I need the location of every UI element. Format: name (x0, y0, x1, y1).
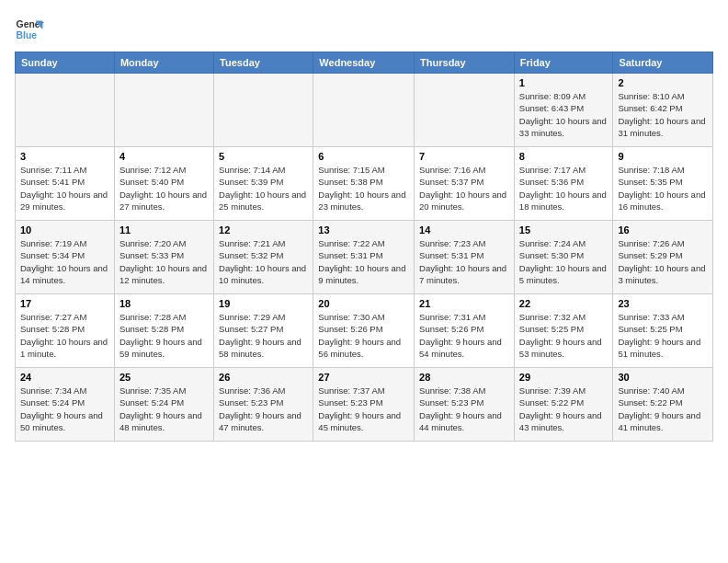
day-number: 10 (20, 224, 109, 236)
day-info: Sunrise: 7:16 AMSunset: 5:37 PMDaylight:… (419, 164, 509, 213)
day-number: 5 (219, 151, 308, 162)
day-cell: 21Sunrise: 7:31 AMSunset: 5:26 PMDayligh… (415, 294, 515, 368)
day-cell: 15Sunrise: 7:24 AMSunset: 5:30 PMDayligh… (514, 221, 613, 294)
day-header-friday: Friday (514, 52, 613, 74)
day-number: 25 (119, 372, 209, 383)
day-header-monday: Monday (114, 52, 213, 74)
day-header-thursday: Thursday (415, 52, 515, 74)
day-number: 2 (618, 77, 708, 88)
day-number: 8 (519, 151, 609, 162)
day-info: Sunrise: 7:19 AMSunset: 5:34 PMDaylight:… (20, 237, 109, 286)
day-number: 17 (20, 298, 109, 309)
day-cell: 10Sunrise: 7:19 AMSunset: 5:34 PMDayligh… (16, 221, 115, 294)
day-number: 3 (20, 151, 109, 162)
day-number: 9 (618, 151, 708, 162)
day-info: Sunrise: 7:31 AMSunset: 5:26 PMDaylight:… (419, 311, 509, 360)
day-number: 21 (419, 298, 509, 309)
day-info: Sunrise: 7:27 AMSunset: 5:28 PMDaylight:… (20, 311, 109, 360)
day-number: 14 (419, 224, 509, 236)
day-info: Sunrise: 7:12 AMSunset: 5:40 PMDaylight:… (119, 164, 209, 213)
day-cell: 19Sunrise: 7:29 AMSunset: 5:27 PMDayligh… (214, 294, 313, 368)
day-number: 23 (618, 298, 708, 309)
day-number: 13 (318, 224, 409, 236)
day-cell: 24Sunrise: 7:34 AMSunset: 5:24 PMDayligh… (16, 368, 115, 442)
day-cell (114, 74, 213, 147)
week-row-1: 1Sunrise: 8:09 AMSunset: 6:43 PMDaylight… (16, 74, 713, 147)
day-header-tuesday: Tuesday (214, 52, 313, 74)
day-cell: 14Sunrise: 7:23 AMSunset: 5:31 PMDayligh… (415, 221, 515, 294)
day-cell: 27Sunrise: 7:37 AMSunset: 5:23 PMDayligh… (313, 368, 415, 442)
day-cell: 26Sunrise: 7:36 AMSunset: 5:23 PMDayligh… (214, 368, 313, 442)
day-info: Sunrise: 8:09 AMSunset: 6:43 PMDaylight:… (519, 90, 609, 139)
day-info: Sunrise: 7:14 AMSunset: 5:39 PMDaylight:… (219, 164, 308, 213)
day-info: Sunrise: 7:37 AMSunset: 5:23 PMDaylight:… (318, 385, 409, 433)
day-cell (313, 74, 415, 147)
day-number: 27 (318, 372, 409, 383)
day-number: 15 (519, 224, 609, 236)
day-info: Sunrise: 7:11 AMSunset: 5:41 PMDaylight:… (20, 164, 109, 213)
day-cell: 9Sunrise: 7:18 AMSunset: 5:35 PMDaylight… (613, 147, 713, 221)
day-cell: 2Sunrise: 8:10 AMSunset: 6:42 PMDaylight… (613, 74, 713, 147)
day-info: Sunrise: 7:22 AMSunset: 5:31 PMDaylight:… (318, 237, 409, 286)
svg-text:Blue: Blue (17, 30, 38, 40)
day-info: Sunrise: 7:23 AMSunset: 5:31 PMDaylight:… (419, 237, 509, 286)
day-info: Sunrise: 7:30 AMSunset: 5:26 PMDaylight:… (318, 311, 409, 360)
day-cell: 12Sunrise: 7:21 AMSunset: 5:32 PMDayligh… (214, 221, 313, 294)
day-cell: 22Sunrise: 7:32 AMSunset: 5:25 PMDayligh… (514, 294, 613, 368)
day-cell: 30Sunrise: 7:40 AMSunset: 5:22 PMDayligh… (613, 368, 713, 442)
day-cell: 28Sunrise: 7:38 AMSunset: 5:23 PMDayligh… (415, 368, 515, 442)
day-cell: 5Sunrise: 7:14 AMSunset: 5:39 PMDaylight… (214, 147, 313, 221)
header-row: SundayMondayTuesdayWednesdayThursdayFrid… (16, 52, 713, 74)
day-info: Sunrise: 7:18 AMSunset: 5:35 PMDaylight:… (618, 164, 708, 213)
day-info: Sunrise: 7:36 AMSunset: 5:23 PMDaylight:… (219, 385, 308, 433)
calendar-table: SundayMondayTuesdayWednesdayThursdayFrid… (15, 52, 713, 442)
week-row-3: 10Sunrise: 7:19 AMSunset: 5:34 PMDayligh… (16, 221, 713, 294)
day-cell: 4Sunrise: 7:12 AMSunset: 5:40 PMDaylight… (114, 147, 213, 221)
day-cell: 11Sunrise: 7:20 AMSunset: 5:33 PMDayligh… (114, 221, 213, 294)
day-cell: 25Sunrise: 7:35 AMSunset: 5:24 PMDayligh… (114, 368, 213, 442)
day-info: Sunrise: 7:34 AMSunset: 5:24 PMDaylight:… (20, 385, 109, 433)
day-number: 11 (119, 224, 209, 236)
day-info: Sunrise: 7:24 AMSunset: 5:30 PMDaylight:… (519, 237, 609, 286)
week-row-4: 17Sunrise: 7:27 AMSunset: 5:28 PMDayligh… (16, 294, 713, 368)
day-cell: 18Sunrise: 7:28 AMSunset: 5:28 PMDayligh… (114, 294, 213, 368)
day-info: Sunrise: 7:17 AMSunset: 5:36 PMDaylight:… (519, 164, 609, 213)
day-info: Sunrise: 7:39 AMSunset: 5:22 PMDaylight:… (519, 385, 609, 433)
day-header-wednesday: Wednesday (313, 52, 415, 74)
day-info: Sunrise: 7:38 AMSunset: 5:23 PMDaylight:… (419, 385, 509, 433)
day-number: 20 (318, 298, 409, 309)
day-cell: 29Sunrise: 7:39 AMSunset: 5:22 PMDayligh… (514, 368, 613, 442)
day-cell: 17Sunrise: 7:27 AMSunset: 5:28 PMDayligh… (16, 294, 115, 368)
day-info: Sunrise: 8:10 AMSunset: 6:42 PMDaylight:… (618, 90, 708, 139)
day-info: Sunrise: 7:33 AMSunset: 5:25 PMDaylight:… (618, 311, 708, 360)
week-row-2: 3Sunrise: 7:11 AMSunset: 5:41 PMDaylight… (16, 147, 713, 221)
day-number: 29 (519, 372, 609, 383)
day-info: Sunrise: 7:28 AMSunset: 5:28 PMDaylight:… (119, 311, 209, 360)
day-number: 24 (20, 372, 109, 383)
day-cell (16, 74, 115, 147)
day-cell (415, 74, 515, 147)
day-header-sunday: Sunday (16, 52, 115, 74)
day-info: Sunrise: 7:40 AMSunset: 5:22 PMDaylight:… (618, 385, 708, 433)
day-number: 22 (519, 298, 609, 309)
day-number: 26 (219, 372, 308, 383)
day-cell: 3Sunrise: 7:11 AMSunset: 5:41 PMDaylight… (16, 147, 115, 221)
logo-icon: General Blue (15, 15, 44, 44)
day-number: 16 (618, 224, 708, 236)
day-cell: 6Sunrise: 7:15 AMSunset: 5:38 PMDaylight… (313, 147, 415, 221)
day-number: 1 (519, 77, 609, 88)
day-number: 18 (119, 298, 209, 309)
day-info: Sunrise: 7:32 AMSunset: 5:25 PMDaylight:… (519, 311, 609, 360)
day-cell (214, 74, 313, 147)
header: General Blue (15, 15, 713, 44)
day-info: Sunrise: 7:29 AMSunset: 5:27 PMDaylight:… (219, 311, 308, 360)
day-header-saturday: Saturday (613, 52, 713, 74)
week-row-5: 24Sunrise: 7:34 AMSunset: 5:24 PMDayligh… (16, 368, 713, 442)
day-number: 7 (419, 151, 509, 162)
day-number: 30 (618, 372, 708, 383)
day-number: 28 (419, 372, 509, 383)
day-cell: 8Sunrise: 7:17 AMSunset: 5:36 PMDaylight… (514, 147, 613, 221)
day-cell: 1Sunrise: 8:09 AMSunset: 6:43 PMDaylight… (514, 74, 613, 147)
day-info: Sunrise: 7:35 AMSunset: 5:24 PMDaylight:… (119, 385, 209, 433)
day-info: Sunrise: 7:26 AMSunset: 5:29 PMDaylight:… (618, 237, 708, 286)
